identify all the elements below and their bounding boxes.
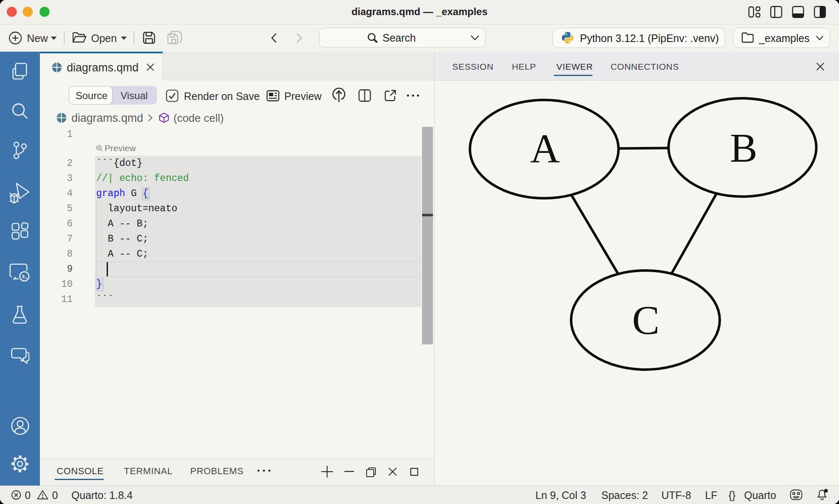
svg-text:B: B	[730, 125, 757, 171]
svg-text:C: C	[632, 297, 659, 343]
svg-text:A: A	[530, 126, 560, 171]
